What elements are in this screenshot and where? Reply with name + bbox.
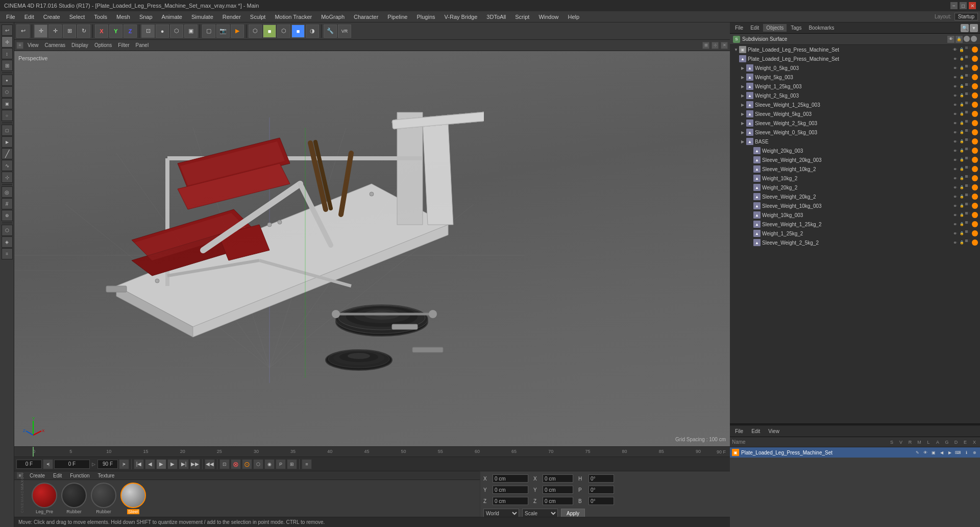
menu-window[interactable]: Window [534, 13, 562, 21]
lower-tab-edit[interactable]: Edit [748, 427, 763, 435]
rotate-button[interactable]: ↻ [77, 25, 90, 38]
eye-18[interactable]: 👁 [952, 221, 958, 227]
tool-edges[interactable]: ⬡ [2, 86, 13, 98]
eye-4[interactable]: 👁 [952, 92, 958, 99]
axis-y-button[interactable]: Y [109, 25, 122, 38]
scale-button[interactable]: ⊞ [63, 25, 76, 38]
obj-lock-icon[interactable]: 🔒 [955, 36, 963, 43]
minimize-button[interactable]: − [950, 2, 958, 9]
coord-z2-input[interactable] [543, 497, 573, 505]
eye-3[interactable]: 👁 [952, 83, 958, 89]
material-leg-press[interactable]: Leg_Pre [32, 483, 57, 514]
lock-19[interactable]: 🔒 [959, 230, 965, 236]
lock-18[interactable]: 🔒 [959, 221, 965, 227]
eye-2[interactable]: 👁 [952, 74, 958, 80]
viewport-options-menu[interactable]: Options [92, 42, 114, 48]
move-button[interactable]: ✛ [48, 25, 62, 38]
lock-17[interactable]: 🔒 [959, 212, 965, 218]
obj-item-19[interactable]: ▲ Weight_1_25kg_2 👁 🔒 [730, 229, 980, 238]
undo-button[interactable]: ↩ [16, 25, 30, 38]
lower-tab-file[interactable]: File [732, 427, 746, 435]
tool-render-region[interactable]: ▢ [2, 125, 13, 136]
eye-17[interactable]: 👁 [952, 212, 958, 218]
tool-magnet[interactable]: ◎ [2, 186, 13, 198]
lock-12[interactable]: 🔒 [959, 166, 965, 172]
edge-mode-button[interactable]: ⬡ [170, 25, 183, 38]
render-region-button[interactable]: ▢ [202, 25, 215, 38]
tool-live-select[interactable]: ✛ [2, 36, 13, 47]
eye-20[interactable]: 👁 [952, 239, 958, 246]
menu-tools[interactable]: Tools [90, 13, 111, 21]
obj-tab-tags[interactable]: Tags [788, 24, 804, 32]
menu-file[interactable]: File [2, 13, 19, 21]
eye-16[interactable]: 👁 [952, 203, 958, 209]
eye-7[interactable]: 👁 [952, 120, 958, 126]
obj-tab-edit[interactable]: Edit [747, 24, 762, 32]
eye-12[interactable]: 👁 [952, 166, 958, 172]
obj-item-5[interactable]: ▶ ▲ Sleeve_Weight_1_25kg_003 👁 🔒 [730, 100, 980, 109]
menu-help[interactable]: Help [564, 13, 584, 21]
render-to-pic-button[interactable]: 📷 [216, 25, 230, 38]
obj-item-10[interactable]: ▲ Weight_20kg_003 👁 🔒 [730, 146, 980, 155]
lock-8[interactable]: 🔒 [959, 129, 965, 135]
frame-pos-input[interactable] [54, 460, 90, 469]
sel-render-icon[interactable]: ▣ [930, 449, 937, 456]
world-mode-button[interactable]: ⊡ [141, 25, 155, 38]
display-wire-button[interactable]: ⬡ [277, 25, 290, 38]
eye-0[interactable]: 👁 [952, 56, 958, 62]
menu-edit[interactable]: Edit [20, 13, 38, 21]
lock-13[interactable]: 🔒 [959, 175, 965, 181]
materials-function-menu[interactable]: Function [68, 473, 91, 478]
render-button[interactable]: ▶ [231, 25, 244, 38]
menu-script[interactable]: Script [511, 13, 533, 21]
coord-y-input[interactable] [493, 486, 528, 494]
lock-4[interactable]: 🔒 [959, 92, 965, 99]
axis-z-button[interactable]: Z [124, 25, 137, 38]
display-mode-button[interactable]: ⬡ [249, 25, 262, 38]
timeline-tool2[interactable]: ⊗ [231, 459, 241, 469]
obj-item-3[interactable]: ▶ ▲ Weight_1_25kg_003 👁 🔒 [730, 82, 980, 91]
obj-item-6[interactable]: ▶ ▲ Sleeve_Weight_5kg_003 👁 🔒 [730, 109, 980, 118]
menu-plugins[interactable]: Plugins [412, 13, 439, 21]
obj-item-2[interactable]: ▶ ▲ Weight_5kg_003 👁 🔒 [730, 73, 980, 82]
eye-10[interactable]: 👁 [952, 148, 958, 154]
tool-line[interactable]: ╱ [2, 148, 13, 159]
lock-11[interactable]: 🔒 [959, 157, 965, 163]
go-end-button[interactable]: ▶| [179, 459, 189, 469]
tool-object[interactable]: ○ [2, 110, 13, 121]
viewport-cameras-menu[interactable]: Cameras [43, 42, 68, 48]
tool-extra3[interactable]: ⌗ [2, 248, 13, 259]
obj-item-4[interactable]: ▶ ▲ Weight_2_5kg_003 👁 🔒 [730, 91, 980, 100]
point-mode-button[interactable]: ● [156, 25, 169, 38]
polygon-mode-button[interactable]: ▣ [184, 25, 198, 38]
obj-item-1[interactable]: ▶ ▲ Weight_0_5kg_003 👁 🔒 [730, 63, 980, 73]
obj-tab-objects[interactable]: Objects [763, 24, 787, 32]
vray-button[interactable]: VR [338, 25, 351, 38]
sel-key-icon[interactable]: ⌨ [954, 449, 962, 456]
eye-11[interactable]: 👁 [952, 157, 958, 163]
material-rubber2[interactable]: Rubber [91, 483, 116, 514]
tool-axis[interactable]: ⊕ [2, 210, 13, 221]
timeline-tool7[interactable]: ⊞ [287, 459, 297, 469]
viewport-view-menu[interactable]: View [26, 42, 41, 48]
menu-simulate[interactable]: Simulate [187, 13, 217, 21]
tool-polygons[interactable]: ▣ [2, 98, 13, 109]
eye-1[interactable]: 👁 [952, 65, 958, 71]
obj-item-15[interactable]: ▲ Sleeve_Weight_20kg_2 👁 🔒 [730, 192, 980, 201]
viewport[interactable]: Perspective Y X Z Grid Spacing : 100 cm [14, 51, 730, 446]
record-button[interactable]: ▶▶ [190, 459, 200, 469]
coord-h-input[interactable] [589, 474, 614, 483]
coord-y2-input[interactable] [543, 486, 573, 494]
snap-button[interactable]: 🔧 [324, 25, 337, 38]
obj-item-14[interactable]: ▲ Weight_20kg_2 👁 🔒 [730, 183, 980, 192]
obj-item-20[interactable]: ▲ Sleeve_Weight_2_5kg_2 👁 🔒 [730, 238, 980, 247]
menu-create[interactable]: Create [39, 13, 64, 21]
sel-arrow2-icon[interactable]: ▶ [946, 449, 953, 456]
menu-render[interactable]: Render [218, 13, 245, 21]
viewport-icon3[interactable]: ✕ [721, 42, 728, 49]
sel-extra-icon[interactable]: ⊕ [971, 449, 978, 456]
coord-x-input[interactable] [493, 474, 528, 483]
obj-tab-file[interactable]: File [732, 24, 746, 32]
coord-p-input[interactable] [589, 486, 614, 494]
obj-item-16[interactable]: ▲ Sleeve_Weight_10kg_003 👁 🔒 [730, 201, 980, 210]
